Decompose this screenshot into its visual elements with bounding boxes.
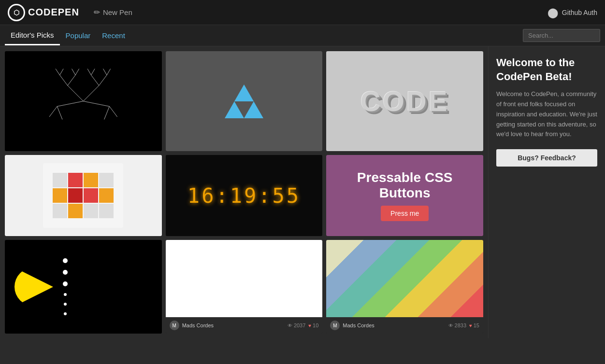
like-count: 15 <box>469 322 479 328</box>
checker-cell <box>84 173 98 187</box>
pen-card[interactable]: CODE J Josh Johnson 1522 14 <box>326 51 483 151</box>
pressable-title: Pressable CSSButtons <box>357 170 453 201</box>
pen-card[interactable]: J Johan Beronius 1249 9 <box>5 240 162 334</box>
pen-preview: 16:19:55 <box>166 155 323 236</box>
fractal-svg <box>5 51 162 151</box>
triforce <box>225 84 263 118</box>
pen-preview <box>5 155 162 236</box>
pac-dot <box>64 303 67 306</box>
pen-preview: Pressable CSSButtons Press me <box>326 155 483 236</box>
sidebar: Welcome to the CodePen Beta! Welcome to … <box>488 46 605 338</box>
content-area: T Tim Holman – @twholman 2738 12 C Catal… <box>0 46 488 338</box>
view-count: 2037 <box>288 322 305 328</box>
pen-footer: M Mads Cordes 2037 10 <box>166 317 323 334</box>
pen-card[interactable]: M Mads Cordes 2037 10 <box>166 240 323 334</box>
feedback-button[interactable]: Bugs? Feedback? <box>496 149 597 167</box>
blank-preview <box>166 240 323 317</box>
tab-editors-picks[interactable]: Editor's Picks <box>5 26 60 45</box>
pen-card[interactable]: M Mads Cordes 2833 15 <box>326 240 483 334</box>
avatar: M <box>330 321 340 330</box>
pen-card[interactable]: 16:19:55 W Wilson, Wei-Hsiung Chen 2544 … <box>166 155 323 236</box>
pac-dot <box>63 281 68 286</box>
new-pen-button[interactable]: ✏ New Pen <box>94 8 132 17</box>
pen-card[interactable]: J Johan Sundström 840 11 <box>5 155 162 236</box>
github-icon: ⬤ <box>547 7 558 18</box>
tabs-bar: Editor's Picks Popular Recent <box>0 25 605 46</box>
tri-bl <box>225 101 244 118</box>
pen-preview <box>326 240 483 317</box>
stripes-preview <box>326 240 483 317</box>
like-count: 10 <box>308 322 318 328</box>
pacman-dots <box>63 258 68 315</box>
checker-cell <box>53 204 67 218</box>
pen-card[interactable]: C Catalin Rosu 1706 13 <box>166 51 323 151</box>
pen-preview <box>166 51 323 151</box>
pen-stats: 2833 15 <box>448 322 479 328</box>
logo[interactable]: ⬡ CODEPEN <box>8 4 79 21</box>
checker-cell <box>53 173 67 187</box>
tab-recent[interactable]: Recent <box>96 27 131 44</box>
checker-cell <box>84 188 98 203</box>
tab-popular[interactable]: Popular <box>60 27 97 44</box>
checker-cell <box>99 204 114 218</box>
header-right: ⬤ Github Auth <box>547 7 597 18</box>
header: ⬡ CODEPEN ✏ New Pen ⬤ Github Auth <box>0 0 605 25</box>
pen-stats: 2037 10 <box>288 322 318 328</box>
pen-card[interactable]: Pressable CSSButtons Press me J Joshua H… <box>326 155 483 236</box>
avatar: M <box>170 321 179 330</box>
checker-cell <box>68 173 83 187</box>
pac-dot <box>64 293 67 296</box>
clock-display: 16:19:55 <box>187 184 301 208</box>
checker-cell <box>68 204 83 218</box>
checker-cell <box>99 188 114 203</box>
pen-preview <box>5 240 162 334</box>
pen-preview: CODE <box>326 51 483 151</box>
pen-footer: M Mads Cordes 2833 15 <box>326 317 483 334</box>
welcome-text: Welcome to CodePen, a community of front… <box>496 89 597 140</box>
pacman-body <box>14 267 53 306</box>
pac-dot <box>64 312 67 315</box>
checker-cell <box>53 188 67 203</box>
github-auth-label[interactable]: Github Auth <box>562 9 597 16</box>
pac-dot <box>63 270 68 275</box>
tri-br <box>244 101 263 118</box>
main-layout: T Tim Holman – @twholman 2738 12 C Catal… <box>0 46 605 338</box>
pen-author: Mads Cordes <box>343 322 445 328</box>
pen-card[interactable]: T Tim Holman – @twholman 2738 12 <box>5 51 162 151</box>
code-3d-text: CODE <box>360 85 449 117</box>
welcome-title: Welcome to the CodePen Beta! <box>496 56 597 84</box>
pen-icon: ✏ <box>94 8 100 17</box>
new-pen-label: New Pen <box>103 8 132 16</box>
checker-grid <box>53 173 114 218</box>
pressable-demo-btn: Press me <box>381 206 429 221</box>
logo-text: CODEPEN <box>28 7 79 18</box>
pen-preview <box>166 240 323 317</box>
checker-cell <box>84 204 98 218</box>
pen-preview <box>5 51 162 151</box>
pen-author: Mads Cordes <box>182 322 285 328</box>
checker-cell <box>68 188 83 203</box>
tri-top <box>234 84 254 101</box>
logo-icon: ⬡ <box>8 4 25 21</box>
pac-dot <box>63 258 68 263</box>
search-input[interactable] <box>523 29 600 42</box>
view-count: 2833 <box>448 322 466 328</box>
checker-cell <box>99 173 114 187</box>
